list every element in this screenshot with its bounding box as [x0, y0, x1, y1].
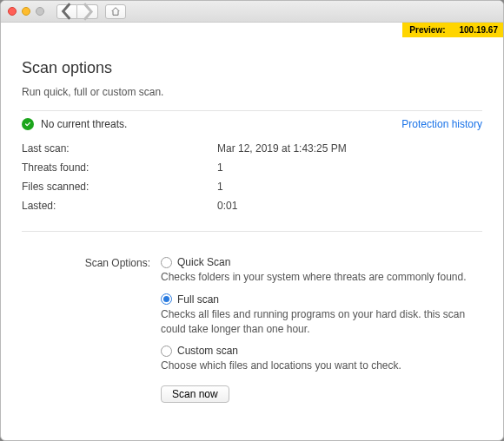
detail-key: Files scanned: — [22, 181, 217, 193]
close-icon[interactable] — [8, 7, 17, 16]
check-icon — [22, 118, 34, 130]
minimize-icon[interactable] — [22, 7, 30, 16]
detail-row: Last scan: Mar 12, 2019 at 1:43:25 PM — [22, 139, 482, 158]
detail-value: Mar 12, 2019 at 1:43:25 PM — [217, 142, 347, 155]
page-title: Scan options — [22, 59, 482, 77]
radio-full-scan[interactable]: Full scan — [161, 293, 482, 306]
chevron-left-icon — [57, 2, 76, 21]
radio-custom-scan[interactable]: Custom scan — [161, 345, 482, 357]
radio-icon — [161, 346, 172, 357]
scan-now-button[interactable]: Scan now — [161, 385, 229, 403]
radio-quick-scan[interactable]: Quick Scan — [161, 256, 482, 268]
option-description: Checks all files and running programs on… — [161, 307, 474, 337]
forward-button[interactable] — [77, 4, 98, 19]
detail-key: Lasted: — [22, 200, 217, 212]
radio-label: Quick Scan — [177, 256, 230, 268]
radio-icon — [161, 257, 172, 268]
home-icon — [110, 6, 121, 16]
detail-row: Lasted: 0:01 — [22, 196, 482, 215]
radio-icon — [161, 293, 172, 305]
radio-label: Full scan — [177, 293, 219, 306]
radio-label: Custom scan — [177, 345, 238, 357]
detail-value: 0:01 — [217, 200, 237, 212]
preview-banner: Preview: 100.19.67 — [402, 23, 503, 37]
preview-label: Preview: — [409, 25, 445, 35]
chevron-right-icon — [77, 2, 97, 22]
divider — [22, 231, 482, 232]
detail-value: 1 — [217, 161, 223, 174]
scan-options-label: Scan Options: — [22, 256, 161, 403]
window-controls — [8, 7, 44, 16]
detail-row: Threats found: 1 — [22, 158, 482, 177]
maximize-icon — [36, 7, 44, 16]
option-description: Choose which files and locations you wan… — [161, 359, 474, 373]
back-button[interactable] — [56, 4, 77, 19]
page-subtitle: Run quick, full or custom scan. — [22, 86, 482, 98]
preview-version: 100.19.67 — [460, 25, 499, 35]
status-message: No current threats. — [41, 118, 401, 130]
protection-history-link[interactable]: Protection history — [401, 118, 482, 130]
detail-value: 1 — [217, 181, 223, 193]
option-description: Checks folders in your system where thre… — [161, 270, 474, 285]
detail-key: Last scan: — [22, 142, 217, 155]
detail-row: Files scanned: 1 — [22, 177, 482, 196]
home-button[interactable] — [105, 4, 126, 19]
detail-key: Threats found: — [22, 161, 217, 174]
titlebar — [1, 1, 503, 23]
